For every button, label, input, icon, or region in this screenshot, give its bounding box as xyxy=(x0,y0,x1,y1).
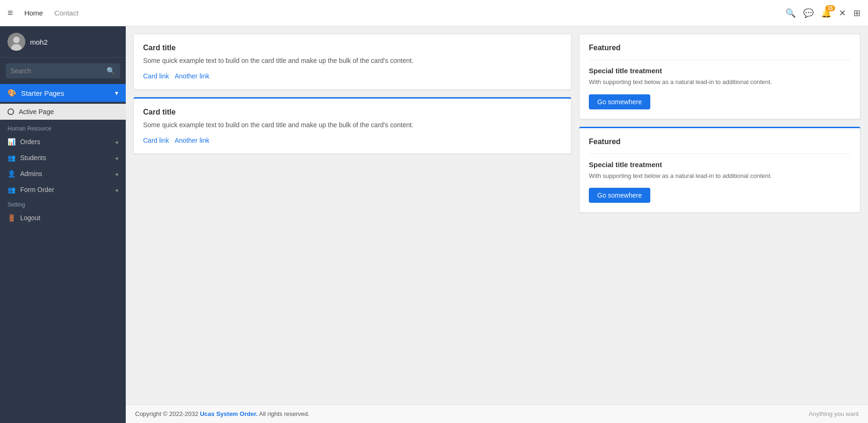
nav-home-link[interactable]: Home xyxy=(24,9,43,17)
starter-pages-label: Starter Pages xyxy=(21,89,64,97)
students-arrow-icon: ◂ xyxy=(115,154,118,162)
featured-column: Featured Special title treatment With su… xyxy=(579,34,860,397)
search-button[interactable]: 🔍 xyxy=(102,63,120,78)
admins-label: Admins xyxy=(20,170,42,177)
sidebar-item-orders[interactable]: 📊 Orders ◂ xyxy=(0,134,126,150)
sidebar-logout-item[interactable]: 🚪 Logout xyxy=(0,210,126,226)
orders-arrow-icon: ◂ xyxy=(115,138,118,146)
featured-2-subtitle: Special title treatment xyxy=(589,161,851,169)
orders-label: Orders xyxy=(20,138,40,146)
username-label: moh2 xyxy=(30,38,48,46)
active-page-item[interactable]: Active Page xyxy=(0,104,126,120)
sidebar-item-students[interactable]: 👥 Students ◂ xyxy=(0,150,126,166)
go-somewhere-button-2[interactable]: Go somewhere xyxy=(589,188,650,203)
setting-section-label: Setting xyxy=(0,198,126,210)
nav-contact-link[interactable]: Contact xyxy=(54,9,79,17)
search-icon[interactable]: 🔍 xyxy=(785,8,796,18)
featured-2-title: Featured xyxy=(589,138,851,146)
featured-1-text: With supporting text below as a natural … xyxy=(589,77,851,87)
active-page-circle-icon xyxy=(8,108,14,115)
card-2-link1[interactable]: Card link xyxy=(143,137,169,144)
sidebar-user: moh2 xyxy=(0,26,126,58)
card-2-title: Card title xyxy=(143,108,562,116)
main-inner: Card title Some quick example text to bu… xyxy=(126,26,868,404)
featured-card-2: Featured Special title treatment With su… xyxy=(579,127,860,213)
admins-arrow-icon: ◂ xyxy=(115,170,118,177)
form-order-icon: 👥 xyxy=(8,186,15,193)
footer: Copyright © 2022-2032 Ucas System Order.… xyxy=(126,404,868,423)
hamburger-button[interactable]: ≡ xyxy=(8,8,13,18)
orders-icon: 📊 xyxy=(8,138,15,146)
go-somewhere-button-1[interactable]: Go somewhere xyxy=(589,94,650,109)
featured-card-1: Featured Special title treatment With su… xyxy=(579,34,860,119)
bell-icon[interactable]: 🔔 15 xyxy=(821,8,831,18)
starter-pages-button[interactable]: 🎨 Starter Pages ▾ xyxy=(0,84,126,102)
cards-column: Card title Some quick example text to bu… xyxy=(133,34,571,397)
notification-badge: 15 xyxy=(825,5,835,11)
search-input[interactable] xyxy=(6,64,102,78)
admins-icon: 👤 xyxy=(8,170,15,177)
logout-label: Logout xyxy=(20,214,40,222)
body-wrap: moh2 🔍 🎨 Starter Pages ▾ Active Page Hum… xyxy=(0,26,868,423)
footer-rights: All rights reserved. xyxy=(259,410,310,417)
human-resource-section-label: Human Resource xyxy=(0,122,126,134)
grid-icon[interactable]: ⊞ xyxy=(853,8,860,18)
active-page-label: Active Page xyxy=(19,108,54,115)
featured-1-title: Featured xyxy=(589,44,851,52)
card-1-link2[interactable]: Another link xyxy=(175,72,209,80)
students-label: Students xyxy=(20,154,46,162)
featured-1-subtitle: Special title treatment xyxy=(589,67,851,75)
sidebar-search-box: 🔍 xyxy=(6,63,120,78)
chevron-down-icon: ▾ xyxy=(115,89,118,97)
footer-left: Copyright © 2022-2032 Ucas System Order.… xyxy=(135,410,310,417)
featured-2-text: With supporting text below as a natural … xyxy=(589,171,851,181)
card-1-links: Card link Another link xyxy=(143,72,562,80)
chat-icon[interactable]: 💬 xyxy=(803,8,814,18)
students-icon: 👥 xyxy=(8,154,15,162)
card-2-link2[interactable]: Another link xyxy=(175,137,209,144)
card-2: Card title Some quick example text to bu… xyxy=(133,97,571,154)
sidebar: moh2 🔍 🎨 Starter Pages ▾ Active Page Hum… xyxy=(0,26,126,423)
avatar xyxy=(8,33,25,51)
card-2-links: Card link Another link xyxy=(143,137,562,144)
main-content: Card title Some quick example text to bu… xyxy=(126,26,868,423)
top-navbar: ≡ Home Contact 🔍 💬 🔔 15 ✕ ⊞ xyxy=(0,0,868,26)
sidebar-item-admins[interactable]: 👤 Admins ◂ xyxy=(0,166,126,182)
close-icon[interactable]: ✕ xyxy=(839,8,846,18)
card-1: Card title Some quick example text to bu… xyxy=(133,34,571,90)
form-order-arrow-icon: ◂ xyxy=(115,186,118,193)
sidebar-item-form-order[interactable]: 👥 Form Order ◂ xyxy=(0,182,126,198)
card-2-text: Some quick example text to build on the … xyxy=(143,120,562,130)
card-1-text: Some quick example text to build on the … xyxy=(143,56,562,66)
starter-pages-icon: 🎨 xyxy=(8,89,16,97)
card-1-title: Card title xyxy=(143,44,562,52)
logout-icon: 🚪 xyxy=(8,214,15,222)
footer-brand: Ucas System Order. xyxy=(200,410,258,417)
topnav-left: ≡ Home Contact xyxy=(8,8,785,18)
card-1-link1[interactable]: Card link xyxy=(143,72,169,80)
topnav-right: 🔍 💬 🔔 15 ✕ ⊞ xyxy=(785,8,860,18)
svg-point-1 xyxy=(13,37,20,43)
form-order-label: Form Order xyxy=(20,186,54,193)
footer-right: Anything you want xyxy=(809,410,859,417)
footer-copyright: Copyright © 2022-2032 xyxy=(135,410,198,417)
